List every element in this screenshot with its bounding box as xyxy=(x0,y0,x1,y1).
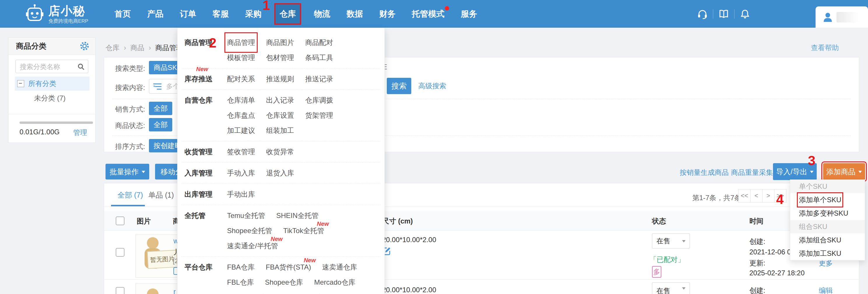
menu-item-warehouse-transfer[interactable]: 仓库调拨 xyxy=(305,93,333,108)
menu-item-receiving-exceptions[interactable]: 收货异常 xyxy=(266,144,294,159)
menu-item-tiktok-managed[interactable]: TikTok全托管 New xyxy=(283,223,324,238)
collapse-icon[interactable] xyxy=(17,80,24,87)
menu-item-assembly-processing[interactable]: 组装加工 xyxy=(266,123,294,138)
prev-page-button[interactable]: < xyxy=(750,189,763,202)
menu-category: 出库管理 xyxy=(185,187,222,202)
menu-item-warehouse-settings[interactable]: 仓库设置 xyxy=(266,108,294,123)
menu-section-receiving: 收货管理 签收管理 收货异常 xyxy=(182,141,380,163)
nav-finance[interactable]: 财务 xyxy=(377,4,398,24)
breadcrumb-product[interactable]: 商品 xyxy=(130,44,144,52)
nav-managed-mode[interactable]: 托管模式 xyxy=(409,4,447,24)
warehouse-dropdown-menu: 商品管理 商品管理 2 商品图片 商品配对 模板管理 包材管理 条码工具 New… xyxy=(177,28,385,294)
nav-service-desk[interactable]: 客服 xyxy=(210,4,231,24)
nav-home[interactable]: 首页 xyxy=(112,4,133,24)
menu-item-fba-shipment-sta[interactable]: FBA货件(STA) New xyxy=(266,260,311,275)
search-icon[interactable] xyxy=(77,63,85,72)
row-checkbox[interactable] xyxy=(116,248,124,257)
product-status-chip-all[interactable]: 全部 xyxy=(149,118,172,131)
menu-item-return-inbound[interactable]: 退货入库 xyxy=(266,165,294,181)
storage-manage-link[interactable]: 管理 xyxy=(73,128,87,137)
nav-products[interactable]: 产品 xyxy=(145,4,166,24)
menu-item-manual-outbound[interactable]: 手动出库 xyxy=(227,187,255,202)
menu-item-temu-managed[interactable]: Temu全托管 xyxy=(227,208,265,223)
menu-item-shelf-mgmt[interactable]: 货架管理 xyxy=(305,108,333,123)
tab-single[interactable]: 单品 (1) xyxy=(148,190,174,200)
headset-icon[interactable] xyxy=(696,7,709,21)
menu-item-add-processing-sku[interactable]: 添加加工SKU xyxy=(790,247,865,260)
search-button[interactable]: 搜索 xyxy=(387,78,411,94)
menu-item-product-pairing[interactable]: 商品配对 xyxy=(305,35,333,50)
bell-icon[interactable] xyxy=(739,7,751,21)
menu-item-add-multi-variant-sku[interactable]: 添加多变种SKU xyxy=(790,206,865,220)
nav-logistics[interactable]: 物流 xyxy=(312,4,333,24)
menu-item-aliexpress-managed[interactable]: 速卖通全/半托管 New xyxy=(227,238,278,254)
product-thumbnail[interactable] xyxy=(135,284,179,294)
menu-item-fba-warehouse[interactable]: FBA仓库 xyxy=(227,260,255,275)
new-badge: New xyxy=(196,66,208,72)
gear-icon[interactable] xyxy=(80,41,90,52)
menu-item-push-records[interactable]: 推送记录 xyxy=(305,71,333,87)
menu-item-warehouse-list[interactable]: 仓库清单 xyxy=(227,93,255,108)
menu-item-add-combo-sku[interactable]: 添加组合SKU xyxy=(790,233,865,247)
menu-item-walmart-warehouse[interactable]: Walmart仓库 xyxy=(227,290,267,294)
menu-item-push-rules[interactable]: 推送规则 xyxy=(266,71,294,87)
menu-item-product-images[interactable]: 商品图片 xyxy=(266,35,294,50)
app-logo[interactable]: 店小秘 免费跨境电商ERP xyxy=(25,4,88,25)
divider xyxy=(8,114,95,114)
nav-orders[interactable]: 订单 xyxy=(178,4,198,24)
view-help-link[interactable]: 查看帮助 xyxy=(811,43,839,53)
add-product-button[interactable]: 添加商品 3 xyxy=(823,163,865,180)
menu-item-inout-records[interactable]: 出入记录 xyxy=(266,93,294,108)
menu-item-fbl-warehouse[interactable]: FBL仓库 xyxy=(227,275,254,290)
menu-item-aliexpress-warehouse[interactable]: 速卖通仓库 xyxy=(322,260,357,275)
bulk-actions-button[interactable]: 批量操作 xyxy=(105,164,149,179)
menu-item-shopee-managed[interactable]: Shopee全托管 xyxy=(227,223,272,238)
first-page-button[interactable]: << xyxy=(738,189,750,202)
menu-item-mercado-warehouse[interactable]: Mercado仓库 xyxy=(314,275,355,290)
manual-book-icon[interactable] xyxy=(717,7,730,21)
tree-node-all-categories[interactable]: 所有分类 xyxy=(15,77,90,91)
group-label-single-sku: 单个SKU xyxy=(790,180,865,193)
menu-item-product-management[interactable]: 商品管理 2 xyxy=(227,35,255,50)
weight-collect-link[interactable]: 商品重量采集 xyxy=(731,168,773,177)
menu-item-shein-managed[interactable]: SHEIN全托管 xyxy=(276,208,318,223)
edit-link[interactable]: 编辑 xyxy=(819,286,833,294)
menu-category: 自营仓库 xyxy=(185,93,222,138)
sale-mode-chip-all[interactable]: 全部 xyxy=(149,102,172,115)
select-all-checkbox[interactable] xyxy=(116,217,124,225)
menu-item-template-mgmt[interactable]: 模板管理 xyxy=(227,50,255,65)
annotation-step-4: 4 xyxy=(776,193,784,206)
nav-data[interactable]: 数据 xyxy=(344,4,365,24)
generate-by-sales-link[interactable]: 按销量生成商品 xyxy=(680,168,729,177)
menu-item-processing-advice[interactable]: 加工建议 xyxy=(227,123,255,138)
updated-value: 2025-02-27 18:20 xyxy=(749,269,805,277)
menu-item-barcode-tools[interactable]: 条码工具 xyxy=(305,50,333,65)
menu-item-stocktaking[interactable]: 仓库盘点 xyxy=(227,108,255,123)
multi-filter-icon[interactable] xyxy=(153,82,162,92)
username-redacted xyxy=(837,12,865,23)
menu-item-cdiscount-warehouse[interactable]: Cdiscount仓库 xyxy=(278,290,323,294)
sku-link-fragment[interactable]: r xyxy=(174,288,176,294)
menu-item-shopee-warehouse[interactable]: Shopee仓库 xyxy=(265,275,303,290)
menu-section-inbound: 入库管理 手动入库 退货入库 xyxy=(182,163,380,184)
menu-item-add-single-sku[interactable]: 添加单个SKU 4 xyxy=(790,193,865,206)
user-account-tab[interactable] xyxy=(815,6,868,28)
advanced-search-link[interactable]: 高级搜索 xyxy=(418,81,446,91)
status-select[interactable]: 在售 xyxy=(652,282,690,294)
tab-all[interactable]: 全部 (7) xyxy=(118,190,143,200)
product-thumbnail[interactable]: 暂无图片 xyxy=(135,234,179,278)
category-search-input[interactable] xyxy=(19,61,76,73)
menu-item-pairing-relations[interactable]: 配对关系 xyxy=(227,71,255,87)
tree-node-uncategorized[interactable]: 未分类 (7) xyxy=(34,94,66,103)
menu-category: New 库存推送 xyxy=(185,71,222,87)
menu-item-packaging-mgmt[interactable]: 包材管理 xyxy=(266,50,294,65)
status-select[interactable]: 在售 xyxy=(652,233,690,249)
menu-item-manual-inbound[interactable]: 手动入库 xyxy=(227,165,255,181)
nav-purchasing[interactable]: 采购 xyxy=(243,4,264,24)
menu-item-sign-mgmt[interactable]: 签收管理 xyxy=(227,144,255,159)
row-checkbox[interactable] xyxy=(116,287,124,294)
nav-warehouse[interactable]: 仓库 1 xyxy=(275,4,300,24)
next-page-button[interactable]: > xyxy=(763,189,774,202)
breadcrumb-warehouse[interactable]: 仓库 xyxy=(105,44,120,52)
nav-services[interactable]: 服务 xyxy=(459,4,479,24)
